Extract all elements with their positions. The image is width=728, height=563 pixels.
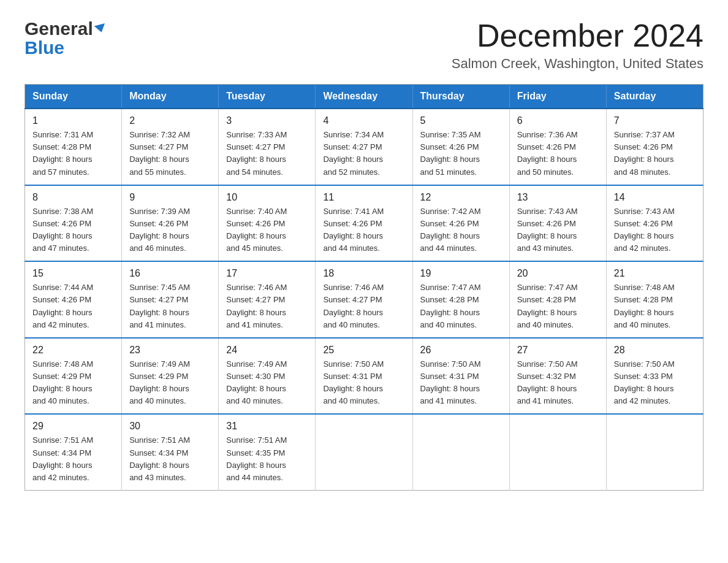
calendar-cell-week5-day5 (509, 414, 606, 490)
day-number: 6 (517, 115, 599, 126)
calendar-cell-week1-day1: 2 Sunrise: 7:32 AM Sunset: 4:27 PM Dayli… (122, 109, 219, 185)
day-info: Sunrise: 7:51 AM Sunset: 4:35 PM Dayligh… (226, 434, 308, 484)
day-number: 4 (323, 115, 404, 126)
calendar-cell-week2-day1: 9 Sunrise: 7:39 AM Sunset: 4:26 PM Dayli… (122, 185, 219, 262)
month-title: December 2024 (452, 18, 703, 53)
day-info: Sunrise: 7:50 AM Sunset: 4:32 PM Dayligh… (517, 358, 599, 408)
calendar-cell-week2-day4: 12 Sunrise: 7:42 AM Sunset: 4:26 PM Dayl… (412, 185, 509, 262)
calendar-cell-week1-day3: 4 Sunrise: 7:34 AM Sunset: 4:27 PM Dayli… (316, 109, 412, 185)
day-info: Sunrise: 7:35 AM Sunset: 4:26 PM Dayligh… (420, 129, 502, 178)
calendar-cell-week4-day0: 22 Sunrise: 7:48 AM Sunset: 4:29 PM Dayl… (25, 338, 122, 415)
calendar-cell-week5-day0: 29 Sunrise: 7:51 AM Sunset: 4:34 PM Dayl… (25, 414, 122, 490)
day-info: Sunrise: 7:41 AM Sunset: 4:26 PM Dayligh… (323, 205, 404, 255)
calendar-cell-week5-day1: 30 Sunrise: 7:51 AM Sunset: 4:34 PM Dayl… (122, 414, 219, 490)
weekday-header-wednesday: Wednesday (316, 85, 412, 109)
calendar-cell-week1-day4: 5 Sunrise: 7:35 AM Sunset: 4:26 PM Dayli… (412, 109, 509, 185)
day-info: Sunrise: 7:36 AM Sunset: 4:26 PM Dayligh… (517, 129, 599, 178)
calendar-cell-week3-day0: 15 Sunrise: 7:44 AM Sunset: 4:26 PM Dayl… (25, 261, 122, 338)
weekday-header-friday: Friday (509, 85, 606, 109)
page-header: General Blue December 2024 Salmon Creek,… (25, 18, 703, 72)
day-number: 19 (420, 268, 502, 279)
calendar-cell-week3-day1: 16 Sunrise: 7:45 AM Sunset: 4:27 PM Dayl… (122, 261, 219, 338)
day-info: Sunrise: 7:50 AM Sunset: 4:31 PM Dayligh… (323, 358, 404, 408)
weekday-header-tuesday: Tuesday (219, 85, 316, 109)
day-info: Sunrise: 7:49 AM Sunset: 4:29 PM Dayligh… (129, 358, 211, 408)
day-number: 18 (323, 268, 404, 279)
day-number: 20 (517, 268, 599, 279)
logo-text: General (25, 18, 106, 40)
weekday-header-row: SundayMondayTuesdayWednesdayThursdayFrid… (25, 85, 703, 109)
day-info: Sunrise: 7:44 AM Sunset: 4:26 PM Dayligh… (32, 282, 114, 331)
title-block: December 2024 Salmon Creek, Washington, … (452, 18, 703, 72)
day-number: 12 (420, 192, 502, 203)
calendar-cell-week3-day2: 17 Sunrise: 7:46 AM Sunset: 4:27 PM Dayl… (219, 261, 316, 338)
day-number: 22 (32, 345, 114, 356)
day-info: Sunrise: 7:31 AM Sunset: 4:28 PM Dayligh… (32, 129, 114, 178)
day-info: Sunrise: 7:38 AM Sunset: 4:26 PM Dayligh… (32, 205, 114, 255)
weekday-header-saturday: Saturday (606, 85, 703, 109)
weekday-header-sunday: Sunday (25, 85, 122, 109)
calendar-cell-week2-day0: 8 Sunrise: 7:38 AM Sunset: 4:26 PM Dayli… (25, 185, 122, 262)
day-number: 25 (323, 345, 404, 356)
day-number: 2 (129, 115, 211, 126)
calendar-cell-week4-day3: 25 Sunrise: 7:50 AM Sunset: 4:31 PM Dayl… (316, 338, 412, 415)
day-number: 10 (226, 192, 308, 203)
weekday-header-thursday: Thursday (412, 85, 509, 109)
calendar-cell-week4-day5: 27 Sunrise: 7:50 AM Sunset: 4:32 PM Dayl… (509, 338, 606, 415)
day-number: 17 (226, 268, 308, 279)
calendar-cell-week2-day3: 11 Sunrise: 7:41 AM Sunset: 4:26 PM Dayl… (316, 185, 412, 262)
day-number: 15 (32, 268, 114, 279)
day-info: Sunrise: 7:42 AM Sunset: 4:26 PM Dayligh… (420, 205, 502, 255)
calendar-cell-week1-day6: 7 Sunrise: 7:37 AM Sunset: 4:26 PM Dayli… (606, 109, 703, 185)
day-number: 13 (517, 192, 599, 203)
calendar-cell-week3-day6: 21 Sunrise: 7:48 AM Sunset: 4:28 PM Dayl… (606, 261, 703, 338)
calendar-cell-week5-day4 (412, 414, 509, 490)
day-info: Sunrise: 7:37 AM Sunset: 4:26 PM Dayligh… (614, 129, 696, 178)
calendar-week-5: 29 Sunrise: 7:51 AM Sunset: 4:34 PM Dayl… (25, 414, 703, 490)
day-info: Sunrise: 7:34 AM Sunset: 4:27 PM Dayligh… (323, 129, 404, 178)
calendar-week-1: 1 Sunrise: 7:31 AM Sunset: 4:28 PM Dayli… (25, 109, 703, 185)
day-info: Sunrise: 7:47 AM Sunset: 4:28 PM Dayligh… (420, 282, 502, 331)
calendar-cell-week4-day2: 24 Sunrise: 7:49 AM Sunset: 4:30 PM Dayl… (219, 338, 316, 415)
calendar-cell-week4-day4: 26 Sunrise: 7:50 AM Sunset: 4:31 PM Dayl… (412, 338, 509, 415)
calendar-cell-week5-day6 (606, 414, 703, 490)
day-info: Sunrise: 7:46 AM Sunset: 4:27 PM Dayligh… (226, 282, 308, 331)
calendar-cell-week5-day2: 31 Sunrise: 7:51 AM Sunset: 4:35 PM Dayl… (219, 414, 316, 490)
day-info: Sunrise: 7:50 AM Sunset: 4:33 PM Dayligh… (614, 358, 696, 408)
calendar-cell-week5-day3 (316, 414, 412, 490)
calendar-cell-week2-day2: 10 Sunrise: 7:40 AM Sunset: 4:26 PM Dayl… (219, 185, 316, 262)
calendar-cell-week4-day6: 28 Sunrise: 7:50 AM Sunset: 4:33 PM Dayl… (606, 338, 703, 415)
day-info: Sunrise: 7:32 AM Sunset: 4:27 PM Dayligh… (129, 129, 211, 178)
day-number: 16 (129, 268, 211, 279)
day-info: Sunrise: 7:39 AM Sunset: 4:26 PM Dayligh… (129, 205, 211, 255)
day-info: Sunrise: 7:33 AM Sunset: 4:27 PM Dayligh… (226, 129, 308, 178)
day-info: Sunrise: 7:50 AM Sunset: 4:31 PM Dayligh… (420, 358, 502, 408)
logo-blue-text: Blue (25, 37, 64, 59)
day-number: 28 (614, 345, 696, 356)
day-number: 21 (614, 268, 696, 279)
day-number: 8 (32, 192, 114, 203)
calendar-table: SundayMondayTuesdayWednesdayThursdayFrid… (25, 84, 703, 491)
calendar-cell-week1-day2: 3 Sunrise: 7:33 AM Sunset: 4:27 PM Dayli… (219, 109, 316, 185)
day-number: 27 (517, 345, 599, 356)
calendar-cell-week3-day4: 19 Sunrise: 7:47 AM Sunset: 4:28 PM Dayl… (412, 261, 509, 338)
location-subtitle: Salmon Creek, Washington, United States (452, 56, 703, 72)
calendar-cell-week1-day0: 1 Sunrise: 7:31 AM Sunset: 4:28 PM Dayli… (25, 109, 122, 185)
calendar-cell-week1-day5: 6 Sunrise: 7:36 AM Sunset: 4:26 PM Dayli… (509, 109, 606, 185)
day-info: Sunrise: 7:49 AM Sunset: 4:30 PM Dayligh… (226, 358, 308, 408)
calendar-cell-week2-day6: 14 Sunrise: 7:43 AM Sunset: 4:26 PM Dayl… (606, 185, 703, 262)
calendar-cell-week3-day3: 18 Sunrise: 7:46 AM Sunset: 4:27 PM Dayl… (316, 261, 412, 338)
day-number: 11 (323, 192, 404, 203)
calendar-week-4: 22 Sunrise: 7:48 AM Sunset: 4:29 PM Dayl… (25, 338, 703, 415)
calendar-week-3: 15 Sunrise: 7:44 AM Sunset: 4:26 PM Dayl… (25, 261, 703, 338)
day-number: 23 (129, 345, 211, 356)
calendar-cell-week2-day5: 13 Sunrise: 7:43 AM Sunset: 4:26 PM Dayl… (509, 185, 606, 262)
day-number: 7 (614, 115, 696, 126)
calendar-cell-week3-day5: 20 Sunrise: 7:47 AM Sunset: 4:28 PM Dayl… (509, 261, 606, 338)
day-info: Sunrise: 7:45 AM Sunset: 4:27 PM Dayligh… (129, 282, 211, 331)
day-number: 5 (420, 115, 502, 126)
day-number: 14 (614, 192, 696, 203)
day-info: Sunrise: 7:46 AM Sunset: 4:27 PM Dayligh… (323, 282, 404, 331)
logo: General Blue (25, 18, 106, 58)
day-info: Sunrise: 7:48 AM Sunset: 4:28 PM Dayligh… (614, 282, 696, 331)
